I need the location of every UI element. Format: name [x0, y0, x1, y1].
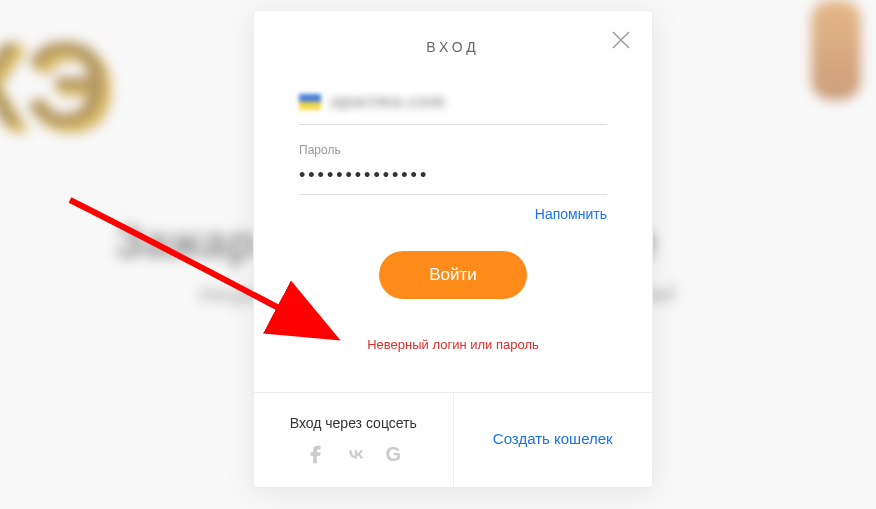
backdrop-logo-text: КЭ: [0, 15, 110, 153]
login-input[interactable]: [331, 93, 607, 111]
error-message: Неверный логин или пароль: [299, 337, 607, 352]
submit-wrap: Войти: [299, 251, 607, 299]
login-button[interactable]: Войти: [379, 251, 527, 299]
remind-wrap: Напомнить: [299, 205, 607, 223]
vk-icon[interactable]: [345, 443, 367, 465]
remind-link[interactable]: Напомнить: [535, 206, 607, 222]
modal-footer: Вход через соцсеть G Создать кошелек: [254, 392, 652, 487]
social-login-section: Вход через соцсеть G: [254, 393, 454, 487]
login-modal: ВХОД Пароль Напомнить Войти Неверный лог…: [253, 10, 653, 488]
facebook-icon[interactable]: [305, 443, 327, 465]
modal-title: ВХОД: [254, 11, 652, 79]
create-wallet-section: Создать кошелек: [454, 393, 653, 487]
close-button[interactable]: [610, 29, 632, 51]
backdrop-character: [811, 0, 861, 100]
country-flag-icon: [299, 94, 321, 110]
social-login-title: Вход через соцсеть: [264, 415, 443, 431]
social-icons-row: G: [264, 443, 443, 465]
password-input[interactable]: [299, 165, 607, 186]
login-field[interactable]: [299, 79, 607, 125]
modal-body: Пароль Напомнить Войти Неверный логин ил…: [254, 79, 652, 392]
close-icon: [610, 29, 632, 51]
google-icon[interactable]: G: [385, 443, 401, 465]
password-label: Пароль: [299, 143, 607, 157]
password-field[interactable]: [299, 157, 607, 195]
create-wallet-link[interactable]: Создать кошелек: [493, 430, 613, 447]
